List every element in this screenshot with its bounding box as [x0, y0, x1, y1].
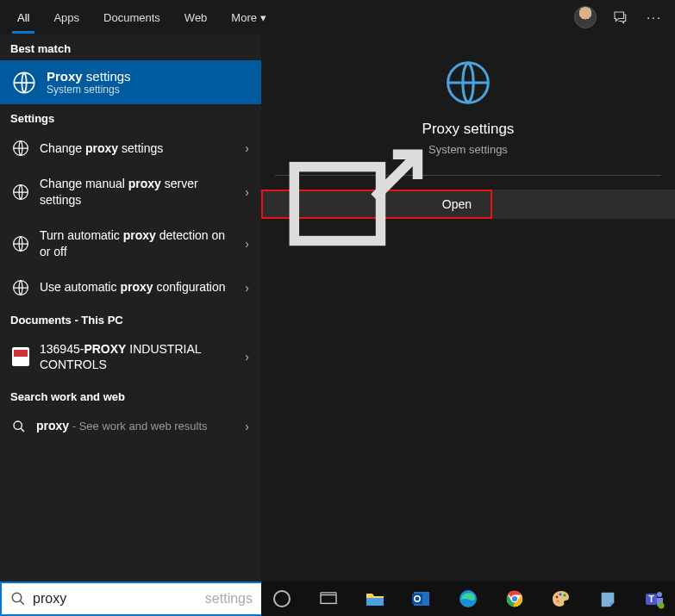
settings-result-auto-config[interactable]: Use automatic proxy configuration › [0, 270, 261, 306]
svg-point-25 [659, 603, 665, 609]
search-scope-tabs: All Apps Documents Web More ▾ [7, 3, 277, 33]
best-match-subtitle: System settings [47, 84, 131, 96]
svg-rect-9 [321, 595, 336, 604]
tab-more[interactable]: More ▾ [221, 3, 276, 33]
svg-text:T: T [648, 594, 653, 604]
svg-rect-8 [294, 167, 380, 241]
globe-icon [12, 235, 29, 252]
preview-subtitle: System settings [428, 143, 508, 156]
user-avatar[interactable] [572, 3, 599, 31]
search-suggestion: settings [205, 591, 253, 607]
search-results-panel: Best match Proxy settings System setting… [0, 34, 261, 616]
search-box[interactable]: settings [0, 582, 261, 616]
feedback-icon[interactable] [606, 3, 634, 31]
svg-point-5 [14, 421, 22, 429]
svg-point-18 [556, 596, 559, 599]
section-settings: Settings [0, 104, 261, 130]
header: All Apps Documents Web More ▾ ··· [0, 0, 675, 34]
task-view-icon[interactable] [316, 587, 341, 611]
best-match-result[interactable]: Proxy settings System settings [0, 60, 261, 104]
search-icon [12, 420, 26, 433]
teams-icon[interactable]: T [642, 587, 666, 611]
section-documents: Documents - This PC [0, 306, 261, 332]
open-action[interactable]: Open [261, 190, 492, 219]
settings-result-auto-detection[interactable]: Turn automatic proxy detection on or off… [0, 218, 261, 270]
tab-apps[interactable]: Apps [43, 3, 90, 33]
svg-point-24 [657, 592, 662, 597]
section-best-match: Best match [0, 34, 261, 60]
action-row: Open [261, 190, 675, 219]
globe-icon [12, 184, 29, 201]
result-label: 136945-PROXY INDUSTRIAL CONTROLS [40, 341, 249, 374]
search-icon [10, 591, 26, 607]
document-result[interactable]: 136945-PROXY INDUSTRIAL CONTROLS › [0, 332, 261, 383]
edge-icon[interactable] [456, 587, 480, 611]
chevron-right-icon: › [245, 185, 249, 199]
sticky-notes-icon[interactable] [596, 587, 620, 611]
tab-documents[interactable]: Documents [93, 3, 171, 33]
section-web: Search work and web [0, 383, 261, 408]
preview-panel: Proxy settings System settings Open [261, 34, 675, 616]
globe-icon [12, 140, 29, 157]
result-label: Turn automatic proxy detection on or off [40, 227, 249, 260]
chevron-right-icon: › [245, 420, 249, 433]
more-options-icon[interactable]: ··· [641, 3, 668, 31]
result-label: proxy - See work and web results [36, 418, 249, 434]
svg-point-21 [557, 600, 559, 603]
web-result[interactable]: proxy - See work and web results › [0, 408, 261, 444]
globe-icon [12, 279, 29, 296]
settings-result-change-proxy[interactable]: Change proxy settings › [0, 130, 261, 166]
svg-point-20 [564, 594, 566, 597]
result-label: Change manual proxy server settings [40, 176, 249, 208]
chevron-right-icon: › [245, 141, 249, 155]
globe-icon [12, 71, 36, 95]
chevron-right-icon: › [245, 281, 249, 295]
file-explorer-icon[interactable] [363, 587, 387, 611]
chevron-right-icon: › [245, 350, 249, 364]
tab-all[interactable]: All [7, 3, 40, 33]
chevron-down-icon: ▾ [260, 11, 266, 24]
cortana-icon[interactable] [270, 587, 294, 611]
open-label: Open [442, 197, 472, 211]
chevron-right-icon: › [245, 237, 249, 251]
result-label: Use automatic proxy configuration [40, 279, 249, 296]
outlook-icon[interactable] [409, 587, 434, 611]
open-icon [282, 142, 430, 265]
paint-icon[interactable] [549, 587, 573, 611]
svg-point-19 [559, 594, 562, 596]
globe-icon [444, 59, 492, 107]
chrome-icon[interactable] [503, 587, 527, 611]
taskbar: T [261, 582, 675, 616]
best-match-title: Proxy settings [47, 69, 131, 84]
settings-result-manual-proxy[interactable]: Change manual proxy server settings › [0, 166, 261, 218]
result-label: Change proxy settings [40, 140, 249, 157]
preview-title: Proxy settings [422, 121, 515, 138]
svg-rect-11 [412, 594, 422, 604]
svg-point-6 [12, 593, 22, 602]
tab-web[interactable]: Web [174, 3, 218, 33]
search-input[interactable] [33, 591, 207, 607]
pdf-icon [12, 347, 29, 366]
